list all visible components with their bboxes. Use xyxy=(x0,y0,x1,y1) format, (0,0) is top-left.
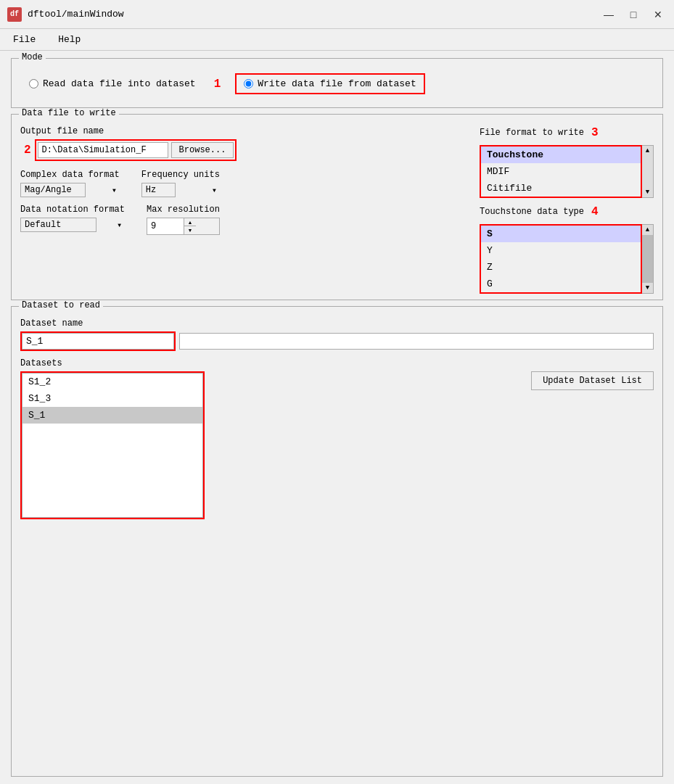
touchstone-scroll-thumb xyxy=(642,235,653,283)
format-scroll-down[interactable]: ▼ xyxy=(642,187,653,197)
format-list-container: Touchstone MDIF Citifile ▲ ▼ xyxy=(480,145,654,198)
touchstone-scroll-down[interactable]: ▼ xyxy=(642,283,653,293)
resolution-group: Max resolution ▲ ▼ xyxy=(147,205,220,235)
spinbox-controls: ▲ ▼ xyxy=(184,218,196,234)
settings-row-2: Data notation format Default Fixed Scien… xyxy=(20,205,469,235)
notation-label: Data notation format xyxy=(20,205,125,215)
window-title: dftool/mainWindow xyxy=(28,9,594,20)
spinbox-down[interactable]: ▼ xyxy=(184,226,196,234)
touchstone-item-z[interactable]: Z xyxy=(481,259,641,276)
freq-select[interactable]: Hz KHz MHz GHz xyxy=(141,183,176,197)
datasets-area: Datasets S1_2 S1_3 S_1 Update Dataset Li… xyxy=(20,358,654,519)
data-file-right: File format to write 3 Touchstone MDIF C… xyxy=(480,126,654,294)
format-item-citifile[interactable]: Citifile xyxy=(481,180,641,197)
datasets-row: S1_2 S1_3 S_1 Update Dataset List xyxy=(20,371,654,519)
mode-options: Read data file into dataset 1 Write data… xyxy=(20,65,654,102)
format-item-touchstone[interactable]: Touchstone xyxy=(481,147,641,163)
badge-2: 2 xyxy=(24,144,31,157)
resolution-input[interactable] xyxy=(147,218,184,234)
mode-label: Mode xyxy=(19,52,46,62)
spinbox-up[interactable]: ▲ xyxy=(184,218,196,226)
touchstone-type-group: Touchstone data type 4 S Y Z G ▲ xyxy=(480,205,654,294)
app-icon: df xyxy=(7,7,22,22)
data-file-section: Data file to write Output file name 2 Br… xyxy=(11,114,663,300)
datasets-right: Update Dataset List xyxy=(212,371,654,390)
menubar: File Help xyxy=(0,29,674,51)
update-dataset-btn[interactable]: Update Dataset List xyxy=(531,371,654,390)
help-menu[interactable]: Help xyxy=(52,31,86,48)
data-file-left: Output file name 2 Browse... Complex dat… xyxy=(20,126,469,294)
dataset-section-label: Dataset to read xyxy=(19,300,103,310)
format-group: File format to write 3 Touchstone MDIF C… xyxy=(480,126,654,198)
format-list-highlighted: Touchstone MDIF Citifile xyxy=(480,145,642,198)
format-scroll-track xyxy=(642,156,653,187)
mode-badge-1: 1 xyxy=(214,78,221,91)
mode-section: Mode Read data file into dataset 1 Write… xyxy=(11,58,663,108)
write-radio-group: Write data file from dataset xyxy=(244,78,416,89)
read-radio[interactable] xyxy=(29,79,38,88)
touchstone-scroll-up[interactable]: ▲ xyxy=(642,225,653,235)
complex-format-group: Complex data format Mag/Angle Real/Imag … xyxy=(20,170,120,197)
maximize-button[interactable]: □ xyxy=(625,7,642,22)
touchstone-item-s[interactable]: S xyxy=(481,226,641,242)
data-file-label: Data file to write xyxy=(19,108,119,118)
touchstone-scrollbar: ▲ ▼ xyxy=(642,224,654,294)
format-scrollbar: ▲ ▼ xyxy=(642,145,654,198)
write-radio[interactable] xyxy=(244,79,253,88)
dataset-item-s1[interactable]: S_1 xyxy=(22,407,202,424)
dataset-name-area: Dataset name xyxy=(20,318,654,351)
resolution-spinbox: ▲ ▼ xyxy=(147,218,220,235)
dataset-item-s1-3[interactable]: S1_3 xyxy=(22,390,202,407)
freq-label: Frequency units xyxy=(141,170,220,180)
notation-select-wrapper: Default Fixed Scientific Engineering xyxy=(20,218,125,232)
output-file-group: Output file name 2 Browse... xyxy=(20,126,469,161)
notation-group: Data notation format Default Fixed Scien… xyxy=(20,205,125,235)
touchstone-item-y[interactable]: Y xyxy=(481,242,641,259)
dataset-item-s1-2[interactable]: S1_2 xyxy=(22,374,202,390)
format-item-mdif[interactable]: MDIF xyxy=(481,163,641,180)
dataset-section: Dataset to read Dataset name Datasets S1… xyxy=(11,306,663,777)
touchstone-list-container: S Y Z G ▲ ▼ xyxy=(480,224,654,294)
dataset-name-input[interactable] xyxy=(22,333,174,350)
touchstone-type-label: Touchstone data type xyxy=(480,207,584,217)
titlebar-buttons: — □ ✕ xyxy=(600,7,667,22)
dataset-name-label: Dataset name xyxy=(20,318,654,329)
file-menu[interactable]: File xyxy=(7,31,41,48)
freq-units-group: Frequency units Hz KHz MHz GHz xyxy=(141,170,220,197)
read-radio-group: Read data file into dataset xyxy=(29,78,196,89)
output-file-input[interactable] xyxy=(38,142,168,158)
notation-select[interactable]: Default Fixed Scientific Engineering xyxy=(20,218,96,232)
minimize-button[interactable]: — xyxy=(600,7,617,22)
badge-3: 3 xyxy=(591,126,599,139)
touchstone-list-highlighted: S Y Z G xyxy=(480,224,642,294)
main-content: Mode Read data file into dataset 1 Write… xyxy=(0,51,674,784)
dataset-name-extra-input[interactable] xyxy=(179,333,654,350)
complex-select[interactable]: Mag/Angle Real/Imag dB/Angle xyxy=(20,183,86,197)
output-file-highlighted: Browse... xyxy=(35,139,237,161)
freq-select-wrapper: Hz KHz MHz GHz xyxy=(141,183,220,197)
format-scroll-up[interactable]: ▲ xyxy=(642,146,653,156)
datasets-label: Datasets xyxy=(20,358,654,368)
read-radio-label[interactable]: Read data file into dataset xyxy=(43,78,196,89)
complex-label: Complex data format xyxy=(20,170,120,180)
titlebar: df dftool/mainWindow — □ ✕ xyxy=(0,0,674,29)
dataset-name-row xyxy=(20,331,654,351)
close-button[interactable]: ✕ xyxy=(649,7,667,22)
badge-4: 4 xyxy=(591,205,599,218)
settings-row-1: Complex data format Mag/Angle Real/Imag … xyxy=(20,170,469,197)
complex-select-wrapper: Mag/Angle Real/Imag dB/Angle xyxy=(20,183,120,197)
datasets-list-highlighted: S1_2 S1_3 S_1 xyxy=(20,371,205,519)
resolution-label: Max resolution xyxy=(147,205,220,215)
write-radio-label[interactable]: Write data file from dataset xyxy=(258,78,416,89)
datasets-list: S1_2 S1_3 S_1 xyxy=(22,373,203,518)
format-label: File format to write xyxy=(480,128,584,138)
browse-button[interactable]: Browse... xyxy=(171,142,234,158)
touchstone-item-g[interactable]: G xyxy=(481,276,641,292)
output-file-label: Output file name xyxy=(20,126,469,136)
write-radio-highlighted: Write data file from dataset xyxy=(235,73,424,94)
dataset-name-highlighted xyxy=(20,331,176,351)
